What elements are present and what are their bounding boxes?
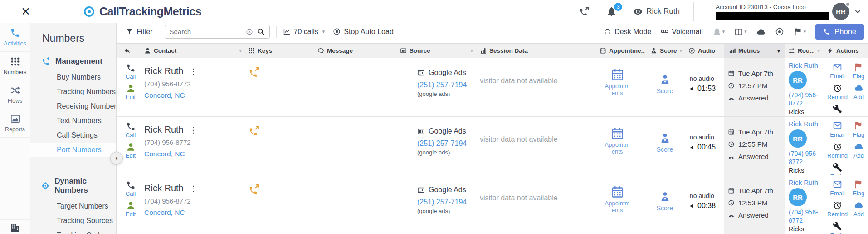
add-action-button[interactable]: Add [853, 200, 864, 218]
account-menu-chevron-icon[interactable] [854, 7, 862, 15]
call-button[interactable]: Call [122, 63, 139, 80]
header-score[interactable]: Score ▾ [645, 44, 686, 58]
remind-action-button[interactable]: Remind [827, 142, 848, 159]
score-button[interactable]: Score [645, 58, 678, 95]
routed-agent-link[interactable]: Rick Ruth [789, 61, 823, 69]
flag-action-button[interactable]: Flag [853, 179, 864, 197]
avatar[interactable]: RR [832, 3, 849, 20]
rail-item[interactable]: Flows [0, 80, 30, 109]
rail-item-company[interactable] [0, 219, 30, 234]
add-action-button[interactable]: Add [853, 142, 864, 159]
score-button[interactable]: Score [645, 175, 678, 212]
call-button[interactable]: Call [122, 180, 139, 197]
sidebar-collapse-button[interactable]: ‹ [110, 152, 123, 164]
contact-location-link[interactable]: Concord, NC [144, 91, 246, 100]
clear-search-icon[interactable] [246, 28, 253, 35]
sidebar-item[interactable]: Tracking Numbers [30, 85, 116, 99]
remind-action-button[interactable]: Remind [827, 200, 848, 218]
sort-caret-icon[interactable]: ▾ [680, 48, 683, 54]
reply-icon[interactable] [124, 47, 131, 54]
columns-button[interactable]: ▾ [734, 27, 747, 36]
flag-filter-button[interactable]: ▾ [794, 27, 806, 36]
score-button[interactable]: Score [645, 117, 678, 153]
routed-number-link[interactable]: (704) 956-8772 [789, 91, 819, 107]
remind-action-button[interactable]: Remind [827, 83, 848, 100]
routed-agent-link[interactable]: Rick Ruth [789, 120, 823, 128]
impersonated-user[interactable]: Rick Ruth [633, 7, 680, 16]
header-contact[interactable]: Contact ▾ [142, 44, 246, 58]
agent-avatar[interactable]: RR [789, 188, 807, 206]
routed-agent-link[interactable]: Rick Ruth [789, 179, 823, 186]
header-keys[interactable]: Keys [246, 44, 314, 58]
sidebar-item[interactable]: Port Numbers [30, 143, 116, 157]
routed-number-link[interactable]: (704) 956-8772 [789, 150, 819, 166]
header-source[interactable]: Source ▾ [398, 44, 477, 58]
source-number-link[interactable]: (251) 257-7194 [417, 198, 477, 206]
add-action-button[interactable]: Add [853, 83, 864, 100]
sidebar-item[interactable]: Receiving Numbers [30, 99, 116, 114]
routed-number-link[interactable]: (704) 956-8772 [789, 209, 819, 224]
filter-button[interactable]: Filter [126, 28, 153, 36]
source-number-link[interactable]: (251) 257-7194 [417, 139, 477, 148]
sort-caret-icon[interactable]: ▾ [239, 48, 242, 54]
tools-action-button[interactable]: Tools [830, 163, 844, 175]
sidebar-item[interactable]: Buy Numbers [30, 70, 116, 85]
email-action-button[interactable]: Email [830, 62, 845, 80]
tools-action-button[interactable]: Tools [830, 104, 844, 116]
close-icon[interactable]: ✕ [21, 6, 30, 17]
call-button[interactable]: Call [122, 122, 139, 139]
header-appointments[interactable]: Appointme... [597, 44, 645, 58]
sort-caret-icon[interactable]: ▾ [470, 48, 473, 54]
header-message[interactable]: Message [314, 44, 398, 58]
contact-location-link[interactable]: Concord, NC [144, 150, 246, 158]
dialer-icon[interactable] [579, 6, 589, 17]
source-number-link[interactable]: (251) 257-7194 [417, 81, 477, 89]
search-icon[interactable] [257, 28, 265, 35]
header-routing[interactable]: Rou... ▾ [785, 44, 823, 58]
agent-avatar[interactable]: RR [789, 71, 807, 89]
email-action-button[interactable]: Email [830, 179, 845, 197]
contact-location-link[interactable]: Concord, NC [144, 209, 246, 217]
record-button[interactable] [775, 27, 784, 36]
sidebar-item[interactable]: Tracking Code [30, 228, 116, 234]
sidebar-item[interactable]: Target Numbers [30, 199, 116, 214]
rail-item[interactable]: Activities [0, 23, 30, 52]
rail-item[interactable]: Reports [0, 109, 30, 138]
header-session-data[interactable]: Session Data [477, 44, 597, 58]
desk-mode-button[interactable]: Desk Mode [604, 28, 651, 36]
edit-contact-button[interactable]: Edit [122, 84, 139, 100]
outbound-call-icon[interactable] [248, 125, 259, 137]
appointments-button[interactable]: Appointments [597, 175, 634, 214]
edit-contact-button[interactable]: Edit [122, 142, 139, 159]
agent-avatar[interactable]: RR [789, 129, 807, 148]
sidebar-item[interactable]: Tracking Sources [30, 214, 116, 228]
outbound-call-icon[interactable] [248, 184, 259, 195]
rail-item[interactable]: Numbers [0, 52, 30, 80]
appointments-button[interactable]: Appointments [597, 58, 634, 97]
sidebar-item[interactable]: Call Settings [30, 128, 116, 143]
sort-caret-icon[interactable]: ▾ [818, 48, 820, 54]
calls-count-dropdown[interactable]: 70 calls ▾ [283, 28, 325, 36]
export-cloud-button[interactable] [756, 27, 766, 36]
voicemail-button[interactable]: Voicemail [661, 28, 702, 36]
flag-action-button[interactable]: Flag [853, 62, 864, 80]
kebab-menu-icon[interactable]: ⋮ [190, 125, 197, 135]
sidebar-item[interactable]: Text Numbers [30, 114, 116, 128]
stop-auto-load-button[interactable]: Stop Auto Load [333, 28, 393, 36]
notifications-bell-icon[interactable]: 3 [606, 6, 617, 17]
appointments-button[interactable]: Appointments [597, 117, 634, 155]
flag-action-button[interactable]: Flag [853, 121, 864, 138]
tools-action-button[interactable]: Tools [830, 221, 844, 234]
header-metrics[interactable]: Metrics ▼ [724, 44, 785, 58]
kebab-menu-icon[interactable]: ⋮ [190, 67, 197, 76]
edit-contact-button[interactable]: Edit [122, 201, 139, 218]
kebab-menu-icon[interactable]: ⋮ [190, 184, 197, 194]
app-logo[interactable]: CallTrackingMetrics [83, 5, 201, 18]
header-audio[interactable]: Audio [686, 44, 724, 58]
phone-button[interactable]: Phone [815, 24, 864, 40]
email-action-button[interactable]: Email [830, 121, 845, 138]
alerts-bell-button[interactable]: ▾ [712, 27, 725, 36]
search-input[interactable] [170, 28, 242, 35]
outbound-call-icon[interactable] [248, 67, 259, 78]
sort-caret-icon[interactable]: ▼ [776, 48, 781, 54]
